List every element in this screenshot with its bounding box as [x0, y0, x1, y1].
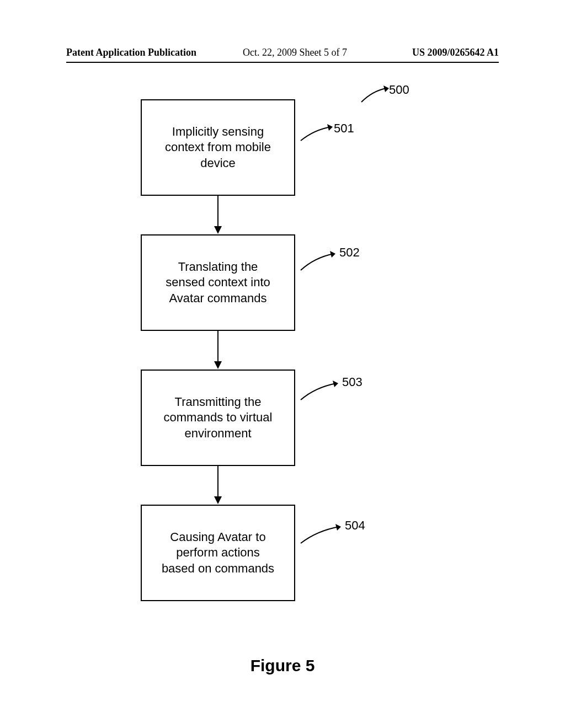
arrow-head-icon: [214, 226, 222, 234]
ref-label-504: 504: [345, 518, 365, 533]
arrow-head-icon: [214, 496, 222, 504]
header-right-text: US 2009/0265642 A1: [412, 47, 499, 58]
flow-arrow: [217, 466, 218, 496]
header-left-text: Patent Application Publication: [66, 47, 196, 58]
ref-label-500: 500: [389, 83, 409, 97]
page-header: Patent Application Publication Oct. 22, …: [66, 47, 499, 63]
flow-step-501: Implicitly sensing context from mobile d…: [141, 99, 295, 196]
leader-line-503: [298, 381, 339, 403]
header-divider: [66, 62, 499, 63]
leader-line-504: [298, 524, 342, 546]
ref-label-502: 502: [339, 245, 360, 260]
flow-step-504: Causing Avatar to perform actions based …: [141, 505, 295, 601]
flow-arrow: [217, 331, 218, 361]
flow-arrow: [217, 196, 218, 226]
figure-caption: Figure 5: [0, 656, 565, 675]
header-center-text: Oct. 22, 2009 Sheet 5 of 7: [243, 47, 347, 58]
flow-step-502: Translating the sensed context into Avat…: [141, 234, 295, 331]
ref-label-501: 501: [334, 121, 354, 136]
leader-line-502: [298, 251, 337, 273]
leader-line-501: [298, 124, 334, 143]
flow-step-503: Transmitting the commands to virtual env…: [141, 370, 295, 466]
ref-label-503: 503: [342, 375, 363, 389]
leader-line-500: [359, 85, 389, 105]
flow-step-502-text: Translating the sensed context into Avat…: [158, 259, 278, 307]
flow-step-504-text: Causing Avatar to perform actions based …: [158, 529, 278, 577]
flow-step-501-text: Implicitly sensing context from mobile d…: [158, 124, 278, 172]
flow-step-503-text: Transmitting the commands to virtual env…: [158, 394, 278, 442]
arrow-head-icon: [214, 361, 222, 369]
